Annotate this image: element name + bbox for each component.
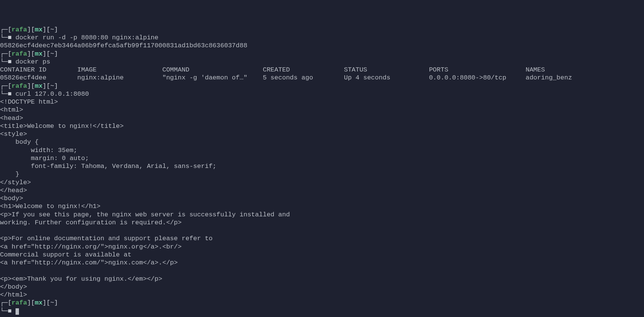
cursor-icon	[16, 308, 19, 315]
prompt-line-2-top: ┌─[rafa][mx][~]	[0, 50, 644, 58]
curl-output-line: </html>	[0, 291, 644, 299]
terminal-window[interactable]: ┌─[rafa][mx][~]└─■ docker run -d -p 8080…	[0, 26, 644, 315]
prompt-line-4-bottom[interactable]: └─■	[0, 307, 644, 315]
prompt-line-2-bottom: └─■ docker ps	[0, 58, 644, 66]
curl-output-line: </body>	[0, 283, 644, 291]
curl-output-line: </head>	[0, 186, 644, 194]
curl-output-line: }	[0, 170, 644, 178]
curl-output-line: <h1>Welcome to nginx!</h1>	[0, 202, 644, 210]
prompt-line-3-bottom: └─■ curl 127.0.0.1:8080	[0, 90, 644, 98]
docker-ps-row: 05826ecf4dee nginx:alpine "nginx -g 'dae…	[0, 74, 644, 82]
command-curl: curl 127.0.0.1:8080	[16, 90, 89, 98]
curl-output-line: <a href="http://nginx.org/">nginx.org</a…	[0, 243, 644, 251]
prompt-line-4-top: ┌─[rafa][mx][~]	[0, 299, 644, 307]
curl-output-line: <p><em>Thank you for using nginx.</em></…	[0, 275, 644, 283]
command-docker-run: docker run -d -p 8080:80 nginx:alpine	[16, 34, 158, 41]
curl-output-line: <p>For online documentation and support …	[0, 235, 644, 242]
curl-output-line: <a href="http://nginx.com/">nginx.com</a…	[0, 259, 644, 267]
curl-output-line: <!DOCTYPE html>	[0, 98, 644, 106]
prompt-line-1-bottom: └─■ docker run -d -p 8080:80 nginx:alpin…	[0, 34, 644, 42]
curl-output-line: <body>	[0, 194, 644, 202]
curl-output-line: <title>Welcome to nginx!</title>	[0, 122, 644, 130]
curl-output-line: working. Further configuration is requir…	[0, 219, 644, 227]
command-docker-ps: docker ps	[16, 58, 50, 65]
docker-ps-header: CONTAINER ID IMAGE COMMAND CREATED STATU…	[0, 66, 644, 74]
curl-output-line	[0, 267, 644, 275]
curl-output-line: <head>	[0, 114, 644, 122]
curl-output-line	[0, 227, 644, 235]
curl-output-line: font-family: Tahoma, Verdana, Arial, san…	[0, 162, 644, 170]
curl-output-line: margin: 0 auto;	[0, 154, 644, 162]
prompt-line-1-top: ┌─[rafa][mx][~]	[0, 26, 644, 34]
curl-output-line: <p>If you see this page, the nginx web s…	[0, 211, 644, 219]
curl-output-line: <style>	[0, 130, 644, 138]
curl-output: <!DOCTYPE html><html><head><title>Welcom…	[0, 98, 644, 299]
curl-output-line: Commercial support is available at	[0, 251, 644, 259]
prompt-line-3-top: ┌─[rafa][mx][~]	[0, 82, 644, 90]
curl-output-line: width: 35em;	[0, 146, 644, 154]
curl-output-line: body {	[0, 138, 644, 146]
curl-output-line: <html>	[0, 106, 644, 114]
output-container-id: 05826ecf4deec7eb3464a06b9fefca5afb99f117…	[0, 42, 644, 50]
curl-output-line: </style>	[0, 179, 644, 186]
